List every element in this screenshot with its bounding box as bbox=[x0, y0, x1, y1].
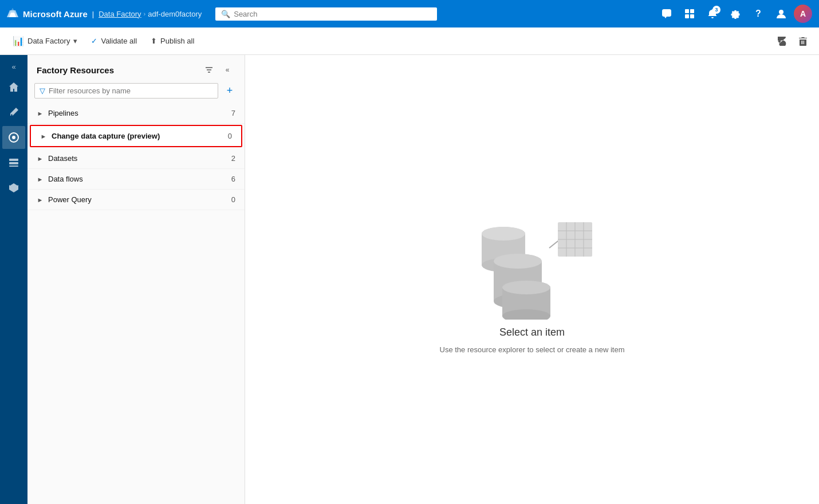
resource-name: Change data capture (preview) bbox=[52, 132, 228, 140]
refresh-icon[interactable] bbox=[773, 32, 792, 50]
resource-list: ►Pipelines7►Change data capture (preview… bbox=[27, 103, 245, 504]
resources-panel: Factory Resources « ▽ + ►Pipelines7►Chan… bbox=[27, 55, 245, 504]
empty-state-title: Select an item bbox=[499, 326, 565, 338]
collapse-panel-icon[interactable]: « bbox=[219, 62, 235, 78]
filter-input-wrapper[interactable]: ▽ bbox=[34, 83, 218, 99]
svg-rect-10 bbox=[9, 159, 18, 161]
resource-count: 7 bbox=[231, 109, 235, 117]
resources-panel-title: Factory Resources bbox=[37, 65, 114, 75]
svg-rect-6 bbox=[690, 14, 694, 18]
main-layout: « Factory Resources « bbox=[0, 55, 819, 504]
sidebar-collapse-button[interactable]: « bbox=[2, 60, 25, 73]
svg-point-16 bbox=[482, 227, 525, 241]
svg-point-20 bbox=[494, 254, 542, 269]
dropdown-chevron-icon: ▾ bbox=[73, 37, 77, 45]
sidebar-item-author[interactable] bbox=[2, 101, 25, 124]
feedback-icon[interactable] bbox=[656, 3, 677, 24]
svg-point-33 bbox=[502, 281, 550, 294]
resource-name: Power Query bbox=[48, 195, 231, 204]
sidebar-item-home[interactable] bbox=[2, 76, 25, 99]
avatar[interactable]: A bbox=[794, 5, 812, 23]
sort-icon[interactable] bbox=[201, 62, 217, 78]
resource-count: 0 bbox=[231, 195, 235, 204]
resource-item-change-data-capture-preview[interactable]: ►Change data capture (preview)0 bbox=[30, 125, 242, 147]
resources-panel-header: Factory Resources « bbox=[27, 55, 245, 82]
resource-name: Pipelines bbox=[48, 109, 231, 117]
resource-count: 2 bbox=[231, 154, 235, 163]
svg-rect-4 bbox=[690, 9, 694, 13]
svg-point-9 bbox=[12, 136, 15, 139]
sidebar-item-learn[interactable] bbox=[2, 176, 25, 199]
validate-icon: ✓ bbox=[91, 37, 97, 45]
resource-item-data-flows[interactable]: ►Data flows6 bbox=[27, 169, 245, 190]
breadcrumb-factory-name: adf-dem0factory bbox=[148, 10, 202, 18]
sidebar-item-monitor[interactable] bbox=[2, 126, 25, 149]
brand-name: Microsoft Azure bbox=[23, 9, 88, 19]
resources-header-icons: « bbox=[201, 62, 235, 78]
resource-item-power-query[interactable]: ►Power Query0 bbox=[27, 190, 245, 210]
data-factory-icon: 📊 bbox=[13, 36, 24, 46]
help-icon[interactable]: ? bbox=[748, 3, 769, 24]
svg-rect-3 bbox=[685, 9, 689, 13]
resource-chevron-icon: ► bbox=[37, 110, 44, 117]
sidebar-item-manage[interactable] bbox=[2, 151, 25, 174]
resources-filter: ▽ + bbox=[34, 82, 238, 99]
resource-chevron-icon: ► bbox=[37, 196, 44, 203]
filter-input[interactable] bbox=[49, 86, 213, 95]
svg-rect-5 bbox=[685, 14, 689, 18]
data-factory-label: Data Factory bbox=[27, 37, 70, 45]
account-icon[interactable] bbox=[771, 3, 792, 24]
resource-count: 0 bbox=[228, 132, 232, 140]
settings-icon[interactable] bbox=[725, 3, 746, 24]
publish-icon: ⬆ bbox=[151, 37, 157, 45]
resource-chevron-icon: ► bbox=[40, 133, 47, 140]
validate-all-button[interactable]: ✓ Validate all bbox=[85, 33, 143, 49]
resource-item-datasets[interactable]: ►Datasets2 bbox=[27, 148, 245, 169]
empty-illustration bbox=[469, 205, 595, 320]
search-bar[interactable]: 🔍 bbox=[215, 7, 437, 21]
breadcrumb-data-factory[interactable]: Data Factory bbox=[99, 10, 141, 18]
azure-logo-icon bbox=[7, 8, 18, 19]
resource-name: Data flows bbox=[48, 175, 231, 183]
resource-chevron-icon: ► bbox=[37, 176, 44, 183]
filter-icon: ▽ bbox=[40, 86, 45, 95]
left-sidebar: « bbox=[0, 55, 27, 504]
empty-state: Select an item Use the resource explorer… bbox=[440, 205, 625, 354]
resource-count: 6 bbox=[231, 175, 235, 183]
portal-icon[interactable] bbox=[679, 3, 700, 24]
svg-point-7 bbox=[779, 10, 783, 14]
resource-name: Datasets bbox=[48, 154, 231, 163]
toolbar-right-actions bbox=[773, 32, 812, 50]
search-input[interactable] bbox=[234, 10, 431, 18]
data-factory-dropdown[interactable]: 📊 Data Factory ▾ bbox=[7, 32, 83, 50]
empty-state-subtitle: Use the resource explorer to select or c… bbox=[440, 345, 625, 354]
delete-icon[interactable] bbox=[794, 32, 812, 50]
svg-rect-11 bbox=[9, 162, 18, 164]
main-content-area: Select an item Use the resource explorer… bbox=[245, 55, 819, 504]
breadcrumb: Data Factory › adf-dem0factory bbox=[99, 10, 202, 18]
notification-count: 3 bbox=[712, 6, 720, 14]
main-toolbar: 📊 Data Factory ▾ ✓ Validate all ⬆ Publis… bbox=[0, 27, 819, 55]
add-resource-button[interactable]: + bbox=[222, 82, 238, 99]
resource-chevron-icon: ► bbox=[37, 155, 44, 162]
breadcrumb-arrow: › bbox=[144, 10, 146, 17]
search-icon: 🔍 bbox=[221, 10, 230, 18]
nav-icons-group: 3 ? A bbox=[656, 3, 812, 24]
top-navigation: Microsoft Azure | Data Factory › adf-dem… bbox=[0, 0, 819, 27]
svg-rect-12 bbox=[9, 166, 18, 167]
brand-logo: Microsoft Azure bbox=[7, 8, 88, 19]
resource-item-pipelines[interactable]: ►Pipelines7 bbox=[27, 103, 245, 124]
publish-all-button[interactable]: ⬆ Publish all bbox=[145, 33, 200, 49]
notification-icon[interactable]: 3 bbox=[702, 3, 723, 24]
nav-separator: | bbox=[92, 10, 94, 18]
